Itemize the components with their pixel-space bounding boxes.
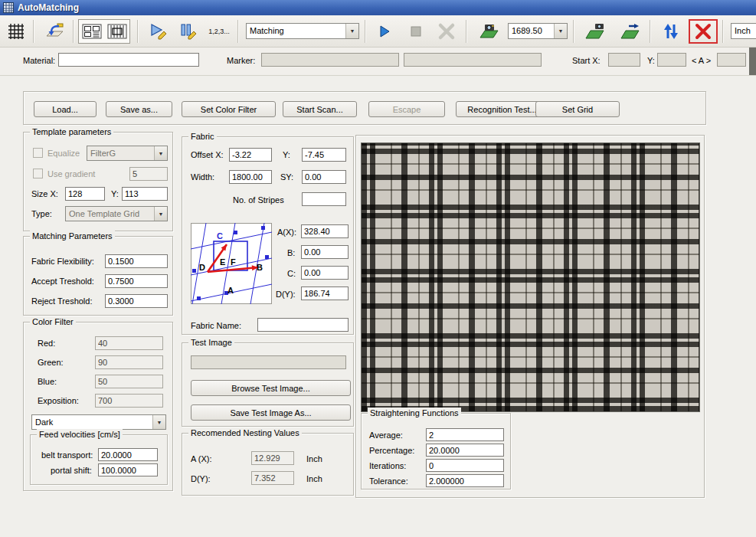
- steps-123-icon: 1,2,3...: [208, 28, 230, 35]
- window-title: AutoMatching: [18, 2, 79, 13]
- swap-arrows-button[interactable]: [656, 19, 686, 44]
- group-title: Fabric: [188, 131, 217, 142]
- iterations-input[interactable]: [426, 459, 504, 472]
- marker-pattern-button-1[interactable]: [79, 20, 104, 43]
- capture-camera-icon: [479, 23, 499, 40]
- feed-velocities-group: Feed velocities [cm/s] belt transport: p…: [30, 434, 168, 485]
- fabric-camera-button[interactable]: [580, 19, 609, 44]
- size-x-input[interactable]: [65, 187, 105, 201]
- dy-input[interactable]: [301, 287, 349, 300]
- accept-threshold-label: Accept Treshold:: [31, 277, 94, 286]
- type-select: One Template Grid ▼: [65, 206, 168, 221]
- group-title: Template parameters: [30, 126, 113, 137]
- pause-annotate-button[interactable]: [175, 19, 201, 44]
- average-input[interactable]: [426, 428, 504, 441]
- save-as-button[interactable]: Save as...: [106, 101, 172, 117]
- c-input[interactable]: [301, 266, 349, 280]
- browse-test-image-button[interactable]: Browse Test Image...: [191, 380, 351, 396]
- start-x-label: Start X:: [572, 56, 601, 65]
- toolbar-separator: [33, 20, 34, 43]
- group-title: Matching Parameters: [30, 231, 115, 241]
- size-y-input[interactable]: [122, 187, 168, 201]
- grid-icon: [8, 23, 25, 40]
- play-annotate-button[interactable]: [145, 19, 171, 44]
- mode-select-value: Dark: [32, 415, 152, 429]
- a-input: [717, 53, 746, 67]
- actions-group: Load... Save as... Set Color Filter Star…: [23, 91, 706, 125]
- filter-select: FilterG ▼: [87, 146, 168, 161]
- marker-pattern-button-2[interactable]: [104, 20, 129, 43]
- matching-select[interactable]: Matching ▼: [246, 23, 359, 39]
- fabric-name-label: Fabric Name:: [191, 321, 241, 330]
- portal-shift-input[interactable]: [98, 463, 158, 476]
- offset-y-input[interactable]: [302, 148, 346, 162]
- grid-tool-button[interactable]: [3, 19, 29, 44]
- offset-y-label: Y:: [283, 150, 290, 159]
- fabric-name-input[interactable]: [257, 318, 349, 332]
- test-image-path-input: [191, 355, 346, 369]
- nesting-ax-unit: Inch: [306, 454, 322, 463]
- sy-input[interactable]: [302, 170, 346, 184]
- marker-input-1: [261, 53, 399, 67]
- dropdown-arrow-icon: ▼: [154, 207, 167, 221]
- type-label: Type:: [31, 209, 52, 218]
- accept-threshold-input[interactable]: [105, 274, 168, 288]
- fabric-arrow-icon: [620, 23, 640, 40]
- save-test-image-button[interactable]: Save Test Image As...: [191, 404, 351, 421]
- set-grid-button[interactable]: Set Grid: [535, 101, 620, 117]
- group-title: Recomended Nesting Values: [188, 427, 302, 438]
- set-color-filter-button[interactable]: Set Color Filter: [182, 101, 276, 117]
- percentage-label: Percentage:: [369, 446, 414, 455]
- nesting-ax-label: A (X):: [191, 454, 212, 463]
- percentage-input[interactable]: [426, 444, 504, 457]
- iterations-label: Iterations:: [369, 461, 406, 470]
- unit-select[interactable]: Inch ▼: [731, 23, 756, 39]
- play-icon: [378, 25, 391, 38]
- toolbar-separator: [365, 20, 366, 43]
- reject-threshold-input[interactable]: [105, 294, 168, 308]
- fabric-arrow-button[interactable]: [615, 19, 644, 44]
- toolbar-separator: [237, 20, 239, 43]
- fabric-flexibility-input[interactable]: [105, 254, 168, 268]
- load-button[interactable]: Load...: [34, 101, 97, 117]
- fabric-feed-button[interactable]: [41, 19, 67, 44]
- value-select[interactable]: 1689.50 ▼: [508, 23, 568, 39]
- stripes-input[interactable]: [302, 192, 346, 206]
- marker-input-2: [404, 53, 542, 67]
- width-input[interactable]: [229, 170, 272, 184]
- group-title: Test Image: [188, 337, 234, 348]
- recognition-test-button[interactable]: Recognition Test...: [456, 101, 548, 117]
- belt-transport-label: belt transport:: [41, 450, 93, 460]
- group-title: Feed velocities [cm/s]: [37, 429, 123, 440]
- nesting-dy-unit: Inch: [306, 474, 322, 483]
- abort-button[interactable]: [689, 19, 718, 44]
- reject-threshold-label: Reject Treshold:: [31, 296, 92, 306]
- cancel-x-icon: [437, 22, 456, 41]
- stripes-label: No. of Stripes: [233, 195, 284, 205]
- material-input[interactable]: [58, 53, 199, 67]
- start-scan-button[interactable]: Start Scan...: [283, 101, 357, 117]
- toolbar-separator: [137, 20, 139, 43]
- color-filter-group: Color Filter Red: Green: Blue: Expositio…: [23, 322, 173, 491]
- nesting-dy-input: [251, 471, 294, 485]
- group-title: Straightening Functions: [368, 408, 461, 418]
- pause-pen-icon: [178, 23, 197, 40]
- escape-button: Escape: [368, 101, 445, 117]
- capture-button[interactable]: [474, 19, 503, 44]
- ax-input[interactable]: [301, 224, 349, 238]
- tolerance-input[interactable]: [426, 474, 504, 487]
- steps-button[interactable]: 1,2,3...: [204, 19, 234, 44]
- size-y-label: Y:: [111, 189, 119, 198]
- titlebar: AutoMatching: [0, 0, 756, 15]
- portal-shift-label: portal shift:: [51, 466, 92, 475]
- toolbar-separator: [466, 20, 467, 43]
- dropdown-arrow-icon: ▼: [154, 146, 167, 160]
- belt-transport-input[interactable]: [98, 448, 158, 461]
- mode-select[interactable]: Dark ▼: [31, 414, 166, 430]
- b-input[interactable]: [301, 245, 349, 259]
- automatching-window: AutoMatching: [0, 0, 756, 537]
- unit-select-value: Inch: [731, 24, 756, 38]
- start-button[interactable]: [371, 19, 398, 44]
- offset-x-input[interactable]: [229, 148, 272, 162]
- toolbar: 1,2,3... Matching ▼: [0, 15, 756, 47]
